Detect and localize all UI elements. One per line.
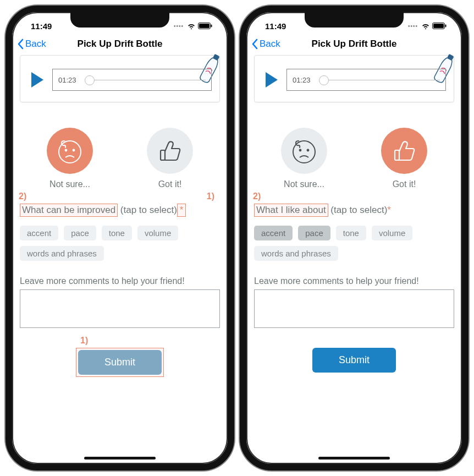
play-button[interactable] [266, 72, 278, 87]
prompt-main-highlight: What I like about [254, 204, 328, 217]
nav-bar: Back Pick Up Drift Bottle [12, 35, 228, 55]
signal-dots-icon: •••• [174, 23, 184, 29]
required-asterisk: * [180, 205, 184, 215]
thumbs-up-icon [381, 128, 427, 174]
asterisk-highlight: * [177, 204, 186, 217]
signal-dots-icon: •••• [408, 23, 418, 29]
home-indicator[interactable] [318, 457, 390, 459]
svg-rect-1 [199, 24, 210, 28]
tag-volume[interactable]: volume [372, 226, 412, 240]
prompt-row: 2) 1) What can be improved (tap to selec… [20, 204, 220, 217]
tag-tone[interactable]: tone [102, 226, 132, 240]
tag-tone[interactable]: tone [336, 226, 366, 240]
tag-volume[interactable]: volume [137, 226, 178, 240]
submit-button[interactable]: Submit [78, 350, 162, 375]
svg-rect-2 [211, 25, 212, 28]
wifi-icon [187, 23, 196, 29]
chevron-left-icon [251, 39, 258, 50]
audio-track[interactable]: 01:23 [52, 69, 212, 91]
status-indicators: •••• [408, 23, 447, 29]
comments-input[interactable] [20, 289, 220, 328]
wifi-icon [421, 23, 430, 29]
back-label: Back [260, 39, 280, 50]
notch [305, 12, 404, 28]
prompt-row: 2) What I like about (tap to select)* [254, 204, 454, 217]
svg-point-5 [65, 149, 68, 152]
tag-pace[interactable]: pace [64, 226, 96, 240]
annotation-1: 1) [207, 192, 214, 201]
tag-pace[interactable]: pace [298, 226, 330, 240]
rating-got-it-label: Got it! [381, 179, 427, 189]
status-time: 11:49 [265, 21, 286, 31]
notch [70, 12, 169, 28]
audio-scrubber-thumb[interactable] [85, 75, 95, 85]
confused-face-icon [47, 128, 93, 174]
annotation-2: 2) [19, 192, 26, 201]
play-button[interactable] [31, 72, 43, 87]
tag-accent[interactable]: accent [20, 226, 58, 240]
rating-not-sure[interactable]: Not sure... [47, 128, 93, 189]
audio-player-card: 01:23 [254, 55, 454, 102]
audio-scrubber-thumb[interactable] [319, 75, 329, 85]
rating-not-sure-label: Not sure... [281, 179, 327, 189]
svg-point-18 [299, 149, 302, 152]
home-indicator[interactable] [84, 457, 156, 459]
comments-label: Leave more comments to help your friend! [20, 276, 220, 286]
rating-row: Not sure... Got it! [254, 128, 454, 189]
rating-not-sure[interactable]: Not sure... [281, 128, 327, 189]
battery-icon [432, 23, 447, 29]
chevron-left-icon [16, 39, 24, 50]
audio-progress[interactable] [320, 80, 440, 80]
rating-not-sure-label: Not sure... [47, 179, 93, 189]
back-button[interactable]: Back [16, 39, 46, 50]
thumbs-up-icon [147, 128, 193, 174]
prompt-tail: (tap to select) [330, 205, 387, 215]
back-button[interactable]: Back [251, 39, 280, 50]
submit-highlight: Submit [76, 348, 164, 377]
nav-bar: Back Pick Up Drift Bottle [246, 35, 462, 55]
tag-accent[interactable]: accent [254, 226, 293, 240]
comments-label: Leave more comments to help your friend! [254, 276, 454, 286]
status-time: 11:49 [31, 21, 52, 31]
rating-got-it[interactable]: Got it! [147, 128, 193, 189]
prompt-tail: (tap to select) [120, 205, 177, 215]
submit-button[interactable]: Submit [312, 348, 396, 373]
prompt-main-highlight: What can be improved [20, 204, 118, 217]
prompt-main-text: What can be improved [22, 205, 115, 215]
rating-row: Not sure... Got it! [20, 128, 220, 189]
prompt-main-text: What I like about [256, 205, 326, 215]
phone-left: 11:49 •••• Back Pick Up Drift Bottle 01:… [5, 6, 234, 470]
svg-rect-20 [395, 150, 399, 160]
rating-got-it[interactable]: Got it! [381, 128, 427, 189]
tag-words[interactable]: words and phrases [254, 246, 338, 261]
audio-track[interactable]: 01:23 [286, 69, 446, 91]
audio-progress[interactable] [86, 80, 206, 80]
svg-rect-14 [433, 24, 444, 28]
required-asterisk: * [387, 205, 391, 215]
svg-point-19 [307, 149, 310, 152]
annotation-2: 2) [253, 192, 261, 201]
tags-row: accent pace tone volume words and phrase… [254, 226, 454, 261]
confused-face-icon [281, 128, 327, 174]
tags-row: accent pace tone volume words and phrase… [20, 226, 220, 261]
audio-time: 01:23 [58, 76, 80, 84]
rating-got-it-label: Got it! [147, 179, 193, 189]
annotation-submit-1: 1) [80, 336, 88, 346]
status-indicators: •••• [174, 23, 212, 29]
comments-input[interactable] [254, 289, 454, 328]
battery-icon [198, 23, 212, 29]
audio-player-card: 01:23 [20, 55, 220, 102]
svg-point-6 [73, 149, 75, 152]
audio-time: 01:23 [293, 76, 315, 84]
phone-right: 11:49 •••• Back Pick Up Drift Bottle 01:… [240, 6, 469, 470]
tag-words[interactable]: words and phrases [20, 246, 104, 261]
svg-rect-15 [445, 25, 447, 28]
svg-rect-12 [161, 150, 165, 160]
back-label: Back [25, 39, 46, 50]
